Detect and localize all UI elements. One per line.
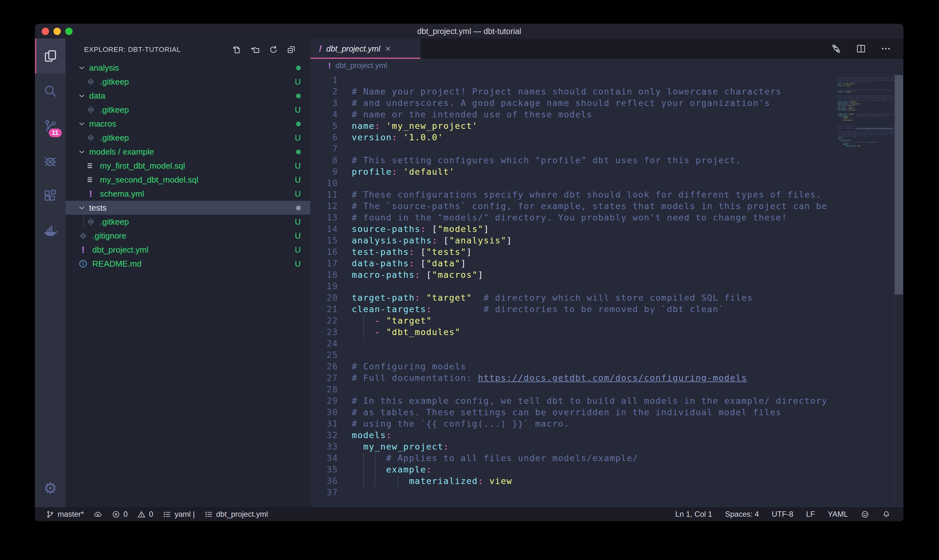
status-errors[interactable]: 0 [112,510,128,518]
breadcrumb[interactable]: ! dbt_project.yml [310,59,904,72]
code-line-28[interactable]: 28 [310,384,904,395]
code-line-11[interactable]: 11# These configurations specify where d… [310,189,904,200]
new-folder-button[interactable] [250,45,260,55]
code-line-8[interactable]: 8# This setting configures which "profil… [310,155,904,166]
status-label: YAML [828,510,848,518]
git-untracked-badge: U [295,175,301,185]
code-line-29[interactable]: 29# In this example config, we tell dbt … [310,395,904,407]
close-tab-icon[interactable]: × [385,44,391,54]
code-line-15[interactable]: 15analysis-paths: ["analysis"] [310,235,904,246]
code-line-23[interactable]: 23 - "dbt_modules" [310,326,904,338]
settings-button[interactable]: ⚙ [35,469,66,507]
code-line-10[interactable]: 10 [310,177,904,189]
tree-item--gitkeep[interactable]: .gitkeepU [66,103,310,117]
activity-item-extensions[interactable] [35,178,66,214]
new-file-icon [232,45,242,55]
title-bar[interactable]: dbt_project.yml — dbt-tutorial [35,24,904,38]
code-line-37[interactable]: 37 [310,487,904,498]
code-line-33[interactable]: 33 my_new_project: [310,441,904,452]
open-changes-button[interactable] [831,43,842,54]
code-line-36[interactable]: 36 materialized: view [310,475,904,487]
status-indentation[interactable]: Spaces: 4 [725,510,759,518]
tree-item--gitignore[interactable]: .gitignoreU [66,229,310,243]
tree-item-readme-md[interactable]: README.mdU [66,257,310,271]
tree-item-my-second-dbt-model-sql[interactable]: my_second_dbt_model.sqlU [66,173,310,187]
activity-item-search[interactable] [35,74,66,109]
scrollbar-track[interactable] [894,72,904,507]
tree-item--gitkeep[interactable]: .gitkeepU [66,215,310,229]
tree-item-label: data [89,91,105,101]
tree-item-macros[interactable]: macros [66,117,310,131]
split-editor-button[interactable] [856,43,867,54]
code-line-1[interactable]: 1 [310,74,904,86]
code-line-5[interactable]: 5name: 'my_new_project' [310,120,904,132]
code-line-14[interactable]: 14source-paths: ["models"] [310,223,904,235]
split-editor-icon [856,43,867,54]
code-line-35[interactable]: 35 example: [310,464,904,475]
tree-item-my-first-dbt-model-sql[interactable]: my_first_dbt_model.sqlU [66,159,310,173]
code-line-2[interactable]: 2# Name your project! Project names shou… [310,86,904,97]
tree-item-analysis[interactable]: analysis [66,61,310,75]
minimap[interactable]: # Name your project! Project names shoul… [838,75,894,149]
code-line-7[interactable]: 7 [310,143,904,155]
tree-item-schema-yml[interactable]: !schema.ymlU [66,187,310,201]
tree-item--gitkeep[interactable]: .gitkeepU [66,75,310,89]
status-feedback[interactable] [861,510,869,518]
scrollbar-thumb[interactable] [895,75,903,295]
status-lint-file[interactable]: dbt_project.yml [204,510,268,518]
status-language-mode[interactable]: YAML [828,510,848,518]
code-line-34[interactable]: 34 # Applies to all files under models/e… [310,452,904,464]
git-untracked-badge: U [295,105,301,115]
status-lint-yaml[interactable]: yaml | [163,510,195,518]
activity-item-source-control[interactable]: 11 [35,109,66,143]
new-file-button[interactable] [232,45,242,55]
code-line-20[interactable]: 20target-path: "target" # directory whic… [310,292,904,303]
zoom-button[interactable] [65,28,72,35]
status-notifications[interactable] [882,510,891,518]
activity-item-docker[interactable] [35,214,66,249]
code-line-4[interactable]: 4# name or the intended use of these mod… [310,109,904,120]
code-line-12[interactable]: 12# The `source-paths` config, for examp… [310,200,904,212]
tree-item--gitkeep[interactable]: .gitkeepU [66,131,310,145]
code-line-32[interactable]: 32models: [310,429,904,441]
git-file-icon [86,77,95,86]
tree-item-dbt-project-yml[interactable]: !dbt_project.ymlU [66,243,310,257]
refresh-button[interactable] [268,45,278,55]
smiley-icon [861,510,869,518]
code-line-26[interactable]: 26# Configuring models [310,361,904,372]
code-line-27[interactable]: 27# Full documentation: https://docs.get… [310,372,904,384]
tab-dbt-project-yml[interactable]: ! dbt_project.yml × [310,38,420,59]
code-line-30[interactable]: 30# as tables. These settings can be ove… [310,407,904,418]
status-eol[interactable]: LF [806,510,815,518]
status-label: 0 [123,510,128,518]
tree-item-models-example[interactable]: models / example [66,145,310,159]
minimize-button[interactable] [54,28,61,35]
code-line-22[interactable]: 22 - "target" [310,315,904,326]
tree-item-data[interactable]: data [66,89,310,103]
code-line-21[interactable]: 21clean-targets: # directories to be rem… [310,303,904,315]
status-encoding[interactable]: UTF-8 [771,510,793,518]
code-line-24[interactable]: 24 [310,338,904,349]
code-line-13[interactable]: 13# found in the "models/" directory. Yo… [310,212,904,223]
status-publish[interactable] [94,510,102,518]
tree-item-tests[interactable]: tests [66,201,310,215]
close-button[interactable] [42,28,49,35]
code-line-3[interactable]: 3# and underscores. A good package name … [310,97,904,109]
collapse-all-button[interactable] [286,45,296,55]
status-git-branch[interactable]: master* [46,510,84,518]
status-warnings[interactable]: 0 [137,510,153,518]
more-actions-button[interactable] [881,43,891,54]
code-line-25[interactable]: 25 [310,349,904,361]
code-line-18[interactable]: 18macro-paths: ["macros"] [310,269,904,281]
code-line-31[interactable]: 31# using the `{{ config(...) }}` macro. [310,418,904,429]
code-editor[interactable]: 12# Name your project! Project names sho… [310,72,904,507]
docker-icon [43,224,58,238]
code-line-17[interactable]: 17data-paths: ["data"] [310,258,904,269]
activity-item-run-debug[interactable] [35,143,66,178]
code-line-19[interactable]: 19 [310,281,904,292]
code-line-9[interactable]: 9profile: 'default' [310,166,904,177]
code-line-6[interactable]: 6version: '1.0.0' [310,132,904,143]
code-line-16[interactable]: 16test-paths: ["tests"] [310,246,904,258]
status-cursor-position[interactable]: Ln 1, Col 1 [676,510,713,518]
activity-item-explorer[interactable] [35,38,66,74]
